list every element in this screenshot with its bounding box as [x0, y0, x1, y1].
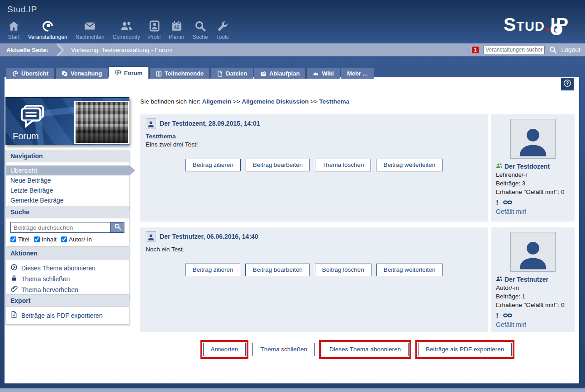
- current-page-title: Vorlesung: Testveranstaltung - Forum: [71, 47, 172, 53]
- search-icon: [114, 223, 121, 232]
- search-icon[interactable]: [549, 46, 557, 54]
- nav-item-start[interactable]: Start: [4, 20, 24, 40]
- beitrag-bearbeiten-button[interactable]: Beitrag bearbeiten: [245, 264, 309, 276]
- link-icon[interactable]: [503, 199, 512, 207]
- checkbox-titel-label[interactable]: Titel: [18, 236, 29, 243]
- logo-red-dot: .: [545, 14, 550, 35]
- export-header: Export: [6, 295, 129, 307]
- nav-item-planer[interactable]: 42 Planer: [165, 20, 189, 40]
- sidebar-search-box: Suche Titel Inhalt Autor/-in: [5, 206, 129, 246]
- checkbox-titel[interactable]: [10, 236, 16, 242]
- beitrag-loeschen-button[interactable]: Beitrag löschen: [315, 264, 371, 276]
- sidebar-navigation-box: Navigation Übersicht Neue Beiträge Letzt…: [5, 150, 129, 209]
- group-icon: [496, 162, 503, 170]
- tab-dateien[interactable]: Dateien: [210, 68, 253, 79]
- current-page-bar: Aktuelle Seite: Vorlesung: Testveranstal…: [0, 43, 585, 57]
- action-thema-schliessen[interactable]: Thema schließen: [6, 274, 129, 284]
- breadcrumb-link-testthema[interactable]: Testthema: [319, 98, 350, 105]
- report-icon[interactable]: !: [496, 312, 499, 321]
- tab-forum[interactable]: Forum: [109, 66, 148, 79]
- tab-mehr[interactable]: Mehr ...: [341, 68, 374, 79]
- logo-swirl-icon: [551, 24, 562, 35]
- course-tabs: Übersicht Verwaltung Forum Teilnehmende …: [6, 66, 375, 79]
- top-header: Stud.IP Start Veranstaltungen Nachrichte…: [0, 0, 585, 43]
- checkbox-inhalt-label[interactable]: Inhalt: [42, 236, 57, 243]
- people-icon: [120, 20, 133, 32]
- nav-item-nachrichten[interactable]: Nachrichten: [71, 20, 109, 40]
- author-name-link[interactable]: Der Testnutzer: [496, 275, 570, 283]
- sidebar-item-uebersicht[interactable]: Übersicht: [6, 165, 129, 175]
- pdf-exportieren-button[interactable]: Beiträge als PDF exportieren: [418, 343, 512, 356]
- tab-uebersicht[interactable]: Übersicht: [6, 68, 55, 79]
- thema-schliessen-button[interactable]: Thema schließen: [252, 343, 315, 356]
- nav-item-profil[interactable]: Profil: [144, 20, 164, 40]
- author-likes-count: Erhaltene "Gefällt mir!": 0: [496, 188, 570, 196]
- beitrag-bearbeiten-button[interactable]: Beitrag bearbeiten: [246, 159, 310, 171]
- nav-item-suche[interactable]: Suche: [189, 20, 212, 40]
- header-tools: 1 Logout: [471, 46, 585, 54]
- post-author-date[interactable]: Der Testdozent, 28.09.2015, 14:01: [160, 120, 260, 127]
- action-thema-abonnieren[interactable]: Dieses Thema abonnieren: [6, 263, 129, 274]
- forum-post: Der Testdozent, 28.09.2015, 14:01 Testth…: [140, 114, 575, 222]
- nav-item-tools[interactable]: Tools: [212, 20, 233, 40]
- like-link[interactable]: Gefällt mir!: [496, 321, 570, 328]
- sidebar-item-gemerkte-beitraege[interactable]: Gemerkte Beiträge: [6, 195, 129, 205]
- forum-search-input[interactable]: [10, 222, 110, 233]
- svg-text:?: ?: [566, 81, 569, 86]
- antworten-button[interactable]: Antworten: [203, 343, 246, 356]
- help-button[interactable]: ?: [561, 78, 574, 90]
- beitrag-weiterleiten-button[interactable]: Beitrag weiterleiten: [376, 264, 443, 276]
- beitrag-weiterleiten-button[interactable]: Beitrag weiterleiten: [376, 159, 442, 171]
- course-search-input[interactable]: [483, 46, 545, 54]
- notification-badge[interactable]: 1: [471, 46, 479, 54]
- beitrag-zitieren-button[interactable]: Beitrag zitieren: [185, 159, 241, 171]
- tab-wiki[interactable]: Wiki: [306, 68, 340, 79]
- breadcrumb-link-allgemein[interactable]: Allgemein: [202, 98, 232, 105]
- tab-teilnehmende[interactable]: Teilnehmende: [149, 68, 210, 79]
- beitrag-zitieren-button[interactable]: Beitrag zitieren: [185, 264, 240, 276]
- tab-verwaltung[interactable]: Verwaltung: [55, 68, 108, 79]
- page-bottom-strip: [0, 388, 585, 392]
- report-icon[interactable]: !: [496, 198, 499, 208]
- thema-loeschen-button[interactable]: Thema löschen: [315, 159, 371, 171]
- forum-breadcrumb: Sie befinden sich hier: Allgemein >> All…: [140, 98, 349, 105]
- avatar[interactable]: [146, 118, 156, 128]
- forum-bubble-icon: [19, 104, 45, 130]
- avatar[interactable]: [510, 119, 556, 159]
- post-actions: Beitrag zitieren Beitrag bearbeiten Beit…: [146, 264, 482, 276]
- action-thema-hervorheben[interactable]: Thema hervorheben: [6, 284, 129, 295]
- breadcrumb-link-allgemeine-diskussion[interactable]: Allgemeine Diskussion: [242, 98, 309, 105]
- checkbox-autor-label[interactable]: Autor/-in: [69, 236, 92, 243]
- subscribe-icon: [10, 264, 18, 273]
- author-name-link[interactable]: Der Testdozent: [496, 162, 570, 170]
- sidebar-item-neue-beitraege[interactable]: Neue Beiträge: [6, 175, 129, 185]
- nav-item-community[interactable]: Community: [109, 20, 144, 40]
- link-icon[interactable]: [503, 312, 512, 320]
- sidebar-item-letzte-beitraege[interactable]: Letzte Beiträge: [6, 185, 129, 195]
- sidebar-banner: Forum: [5, 97, 129, 145]
- post-author-date[interactable]: Der Testnutzer, 06.06.2016, 14:40: [160, 233, 258, 240]
- forum-search-button[interactable]: [110, 222, 124, 233]
- tab-ablaufplan[interactable]: Ablaufplan: [254, 68, 306, 79]
- thema-abonnieren-button[interactable]: Dieses Thema abonnieren: [322, 343, 409, 356]
- like-link[interactable]: Gefällt mir!: [496, 208, 570, 215]
- current-page-label: Aktuelle Seite:: [0, 43, 56, 56]
- avatar[interactable]: [510, 232, 556, 272]
- author-likes-count: Erhaltene "Gefällt mir!": 0: [496, 301, 570, 309]
- sidebar-banner-title: Forum: [13, 131, 39, 142]
- avatar[interactable]: [146, 231, 156, 241]
- author-role: Autor/-in: [496, 283, 570, 292]
- checkbox-autor[interactable]: [61, 236, 67, 242]
- group-icon: [496, 275, 503, 283]
- profile-card-icon: [148, 20, 161, 32]
- spiral-icon: [42, 20, 54, 32]
- lock-icon: [10, 274, 18, 283]
- post-meta-icons: !: [496, 199, 570, 207]
- navigation-header: Navigation: [6, 150, 129, 162]
- post-content: Der Testdozent, 28.09.2015, 14:01 Testth…: [140, 114, 488, 222]
- checkbox-inhalt[interactable]: [34, 236, 40, 242]
- calendar-icon: 42: [171, 20, 183, 32]
- logout-link[interactable]: Logout: [561, 46, 580, 53]
- nav-item-veranstaltungen[interactable]: Veranstaltungen: [24, 20, 71, 40]
- action-pdf-export[interactable]: Beiträge als PDF exportieren: [6, 310, 129, 321]
